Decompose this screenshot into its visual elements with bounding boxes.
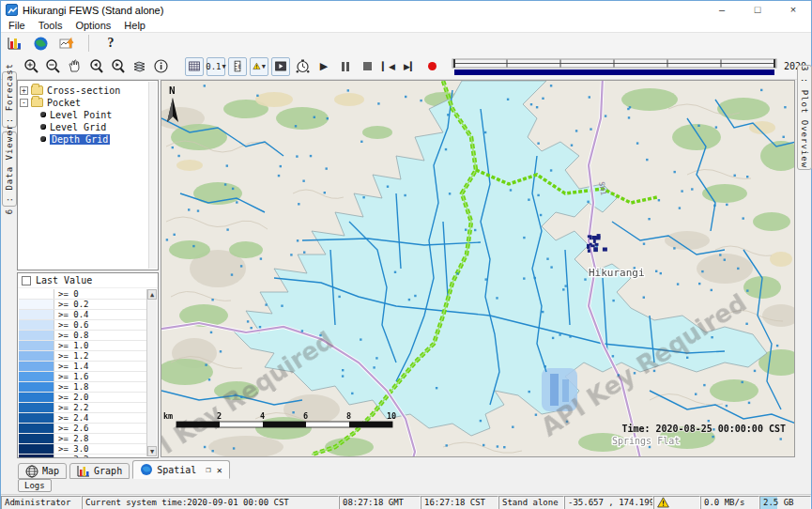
last-value-checkbox[interactable] [22, 276, 31, 285]
layer-dot-icon [40, 136, 46, 142]
app-window: Hikurangi FEWS (Stand alone) – □ × File … [0, 0, 812, 509]
legend-row[interactable]: >= 2.0 [19, 393, 146, 403]
legend-row[interactable]: >= 1.6 [19, 372, 146, 382]
tree-node-label-selected: Depth Grid [50, 134, 110, 145]
legend-swatch [19, 372, 54, 381]
tab-spatial[interactable]: Spatial ❐ ✕ [132, 460, 230, 479]
layer-tree: + Cross-section - Pocket Level Point Lev… [17, 80, 159, 270]
collapse-toggle-icon[interactable]: - [20, 99, 28, 107]
expand-toggle-icon[interactable]: + [20, 86, 28, 95]
maximize-button[interactable]: □ [740, 1, 775, 19]
legend-row[interactable]: >= 2.4 [19, 413, 146, 424]
zoom-previous-icon[interactable] [86, 57, 105, 76]
legend-row[interactable]: >= 0.6 [19, 320, 146, 331]
legend-row[interactable]: >= 1.8 [19, 382, 146, 393]
close-button[interactable]: × [775, 1, 811, 19]
tree-node-label: Level Point [50, 110, 112, 120]
tree-node-level-grid[interactable]: Level Grid [18, 121, 158, 132]
tree-node-pocket[interactable]: - Pocket [18, 97, 158, 108]
zoom-out-icon[interactable] [43, 57, 62, 76]
legend-row[interactable]: >= 0.8 [19, 331, 146, 341]
warning-threshold-dropdown[interactable]: ▼ [250, 57, 268, 76]
legend-row[interactable]: >= 0 [19, 289, 146, 300]
tab-close-icon[interactable]: ✕ [217, 465, 222, 475]
status-warning-cell[interactable] [653, 496, 700, 509]
chevron-down-icon: ▼ [222, 63, 226, 70]
menu-tools[interactable]: Tools [38, 20, 63, 31]
tree-node-level-point[interactable]: Level Point [18, 109, 158, 120]
status-user: Administrator [1, 496, 82, 509]
play-button[interactable]: ▶ [314, 57, 333, 76]
explorer-icon[interactable] [5, 34, 23, 53]
tab-graph[interactable]: Graph [69, 463, 130, 479]
last-value-checkbox-row[interactable]: Last Value [18, 273, 158, 288]
animation-button[interactable] [271, 57, 290, 76]
info-icon[interactable] [151, 57, 170, 76]
legend-swatch [19, 413, 54, 423]
time-slider[interactable] [452, 56, 778, 77]
timer-icon[interactable] [293, 57, 312, 76]
legend-swatch [19, 310, 54, 319]
scroll-down-icon[interactable]: ▼ [147, 446, 157, 456]
tree-node-depth-grid[interactable]: Depth Grid [18, 133, 158, 145]
tab-plot-overview[interactable]: 3 : Plot Overview [797, 65, 812, 170]
legend-panel: Last Value >= 0>= 0.2>= 0.4>= 0.6>= 0.8>… [17, 272, 159, 458]
svg-text:E: E [237, 64, 241, 69]
legend-scrollbar[interactable]: ▲ ▼ [146, 289, 157, 456]
legend-row[interactable]: >= 3.0 [19, 444, 146, 455]
menu-options[interactable]: Options [75, 20, 111, 31]
tab-map-label: Map [42, 466, 59, 476]
legend-row[interactable]: >= 2.6 [19, 424, 146, 434]
pause-button[interactable] [336, 57, 355, 76]
legend-row[interactable]: >= 2.2 [19, 403, 146, 413]
globe-map-icon[interactable] [31, 34, 50, 53]
stop-button[interactable] [358, 57, 376, 76]
import-timeseries-icon[interactable] [57, 34, 76, 53]
zoom-next-icon[interactable] [108, 57, 127, 76]
legend-row[interactable]: >= 0.2 [19, 300, 146, 310]
tab-forecast[interactable]: 5 : Forecast [2, 71, 17, 128]
skip-to-end-button[interactable]: ▶▎ [401, 57, 420, 76]
scale-ruler-button[interactable]: E [228, 57, 247, 76]
title-bar[interactable]: Hikurangi FEWS (Stand alone) – □ × [1, 1, 811, 19]
threshold-dropdown[interactable]: 0.1 ▼ [207, 57, 225, 76]
legend-row[interactable]: >= 0.4 [19, 310, 146, 320]
tree-scrollbar[interactable] [148, 82, 157, 269]
chevron-down-icon: ▼ [262, 63, 266, 70]
tab-restore-icon[interactable]: ❐ [206, 465, 210, 474]
menu-file[interactable]: File [8, 20, 25, 31]
tree-node-label: Level Grid [50, 122, 106, 132]
map-canvas[interactable]: SH1 API Key Required API Key Required Hi… [161, 80, 795, 457]
legend-row[interactable]: >= 1.2 [19, 351, 146, 362]
legend-row-label: >= 2.0 [54, 393, 89, 402]
pan-hand-icon[interactable] [65, 57, 84, 76]
tree-node-cross-section[interactable]: + Cross-section [18, 85, 158, 96]
skip-to-start-button[interactable]: ▎◀ [379, 57, 398, 76]
scroll-up-icon[interactable]: ▲ [147, 289, 157, 300]
legend-swatch [19, 331, 54, 340]
legend-row[interactable]: >= 2.8 [19, 434, 146, 444]
legend-row-label: >= 0 [54, 289, 79, 299]
grid-display-button[interactable] [185, 57, 204, 76]
tab-data-viewer[interactable]: 6 : Data Viewer [2, 131, 17, 207]
legend-row[interactable]: >= 3.2 [19, 455, 146, 457]
logs-button[interactable]: Logs [18, 479, 52, 492]
legend-row-label: >= 3.2 [54, 455, 89, 457]
tab-map[interactable]: Map [18, 463, 67, 479]
legend-row[interactable]: >= 1.4 [19, 362, 146, 372]
legend-swatch [19, 382, 54, 392]
minimize-button[interactable]: – [704, 1, 740, 19]
legend-row-label: >= 2.6 [54, 424, 89, 433]
tab-plot-overview-label: 3 : Plot Overview [800, 66, 809, 168]
zoom-in-icon[interactable] [22, 57, 40, 76]
menu-help[interactable]: Help [124, 20, 146, 31]
layers-icon[interactable] [130, 57, 148, 76]
status-local-time: 16:27:18 CST [421, 496, 498, 509]
status-mode: Stand alone [498, 496, 564, 509]
help-icon[interactable]: ? [101, 34, 120, 53]
tab-spatial-label: Spatial [157, 465, 196, 475]
legend-row-label: >= 1.8 [54, 382, 89, 392]
window-title: Hikurangi FEWS (Stand alone) [23, 5, 163, 16]
record-button[interactable] [422, 57, 441, 76]
legend-row[interactable]: >= 1.0 [19, 341, 146, 351]
